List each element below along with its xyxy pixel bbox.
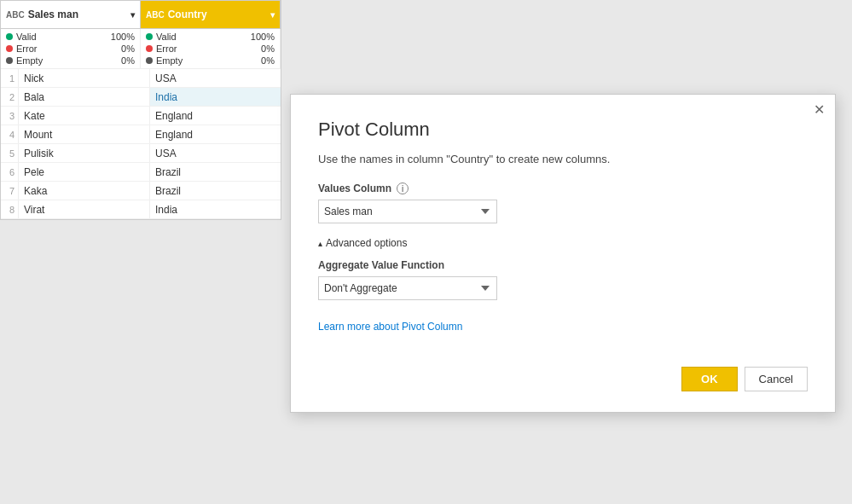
stat-valid-label-col2: Valid — [156, 32, 247, 42]
row-number: 8 — [1, 205, 18, 215]
table-row: 8ViratIndia — [1, 200, 281, 219]
row-cell-name: Virat — [18, 200, 149, 218]
learn-more-link[interactable]: Learn more about Pivot Column — [318, 321, 462, 333]
dot-error-col2 — [146, 45, 153, 52]
row-cell-country: India — [149, 88, 281, 106]
table-row: 4MountEngland — [1, 125, 281, 144]
row-cell-country: India — [149, 200, 281, 218]
col-dropdown-salesman[interactable]: ▾ — [130, 10, 135, 20]
stat-empty-col1: Empty 0% — [6, 55, 135, 67]
col-header-country[interactable]: ABC Country ▾ — [141, 1, 281, 28]
row-cell-country: Brazil — [149, 163, 281, 181]
stat-error-col2: Error 0% — [146, 43, 275, 55]
values-column-select-wrapper: Sales man — [318, 200, 497, 223]
advanced-options-label: Advanced options — [326, 237, 407, 249]
dot-error-col1 — [6, 45, 13, 52]
stats-col2: Valid 100% Error 0% Empty 0% — [141, 29, 281, 68]
col-header-salesman[interactable]: ABC Sales man ▾ — [1, 1, 141, 28]
values-column-select[interactable]: Sales man — [318, 200, 497, 223]
advanced-options-toggle[interactable]: ▴ Advanced options — [318, 237, 808, 249]
row-cell-country: USA — [149, 144, 281, 162]
stat-valid-value-col1: 100% — [111, 32, 135, 42]
row-number: 6 — [1, 167, 18, 177]
stat-valid-value-col2: 100% — [251, 32, 275, 42]
table-row: 5PulisikUSA — [1, 144, 281, 163]
table-row: 2BalaIndia — [1, 88, 281, 107]
row-number: 2 — [1, 92, 18, 102]
values-column-label: Values Column i — [318, 182, 808, 194]
ok-button[interactable]: OK — [681, 367, 738, 391]
stat-valid-label-col1: Valid — [16, 32, 107, 42]
aggregate-group: Aggregate Value Function Don't Aggregate… — [318, 259, 808, 300]
modal-close-button[interactable]: ✕ — [814, 103, 825, 117]
stat-empty-value-col1: 0% — [121, 55, 135, 66]
row-cell-name: Pulisik — [18, 144, 149, 162]
row-cell-country: USA — [149, 69, 281, 87]
modal-footer: OK Cancel — [318, 367, 808, 391]
stat-empty-label-col1: Empty — [16, 55, 118, 66]
stat-valid-col2: Valid 100% — [146, 31, 275, 43]
stat-error-label-col1: Error — [16, 43, 118, 54]
row-cell-name: Kaka — [18, 182, 149, 200]
data-rows: 1NickUSA2BalaIndia3KateEngland4MountEngl… — [1, 69, 281, 219]
row-cell-country: England — [149, 107, 281, 125]
col-dropdown-country[interactable]: ▾ — [270, 10, 275, 20]
row-cell-name: Nick — [18, 69, 149, 87]
row-number: 7 — [1, 186, 18, 196]
aggregate-select-wrapper: Don't Aggregate Sum Average Min Max Coun… — [318, 276, 497, 300]
stat-valid-col1: Valid 100% — [6, 31, 135, 43]
pivot-column-modal: ✕ Pivot Column Use the names in column "… — [290, 94, 836, 413]
stats-col1: Valid 100% Error 0% Empty 0% — [1, 29, 141, 68]
stat-error-col1: Error 0% — [6, 43, 135, 55]
stat-error-label-col2: Error — [156, 43, 258, 54]
table-header: ABC Sales man ▾ ABC Country ▾ — [1, 1, 281, 29]
stat-error-value-col2: 0% — [261, 43, 275, 54]
values-column-group: Values Column i Sales man — [318, 182, 808, 223]
dot-valid-col1 — [6, 33, 13, 40]
row-cell-name: Pele — [18, 163, 149, 181]
modal-title: Pivot Column — [318, 119, 808, 141]
modal-description: Use the names in column "Country" to cre… — [318, 153, 808, 165]
stats-row: Valid 100% Error 0% Empty 0% Valid 100% — [1, 29, 281, 69]
row-cell-name: Kate — [18, 107, 149, 125]
col-type-icon-salesman: ABC — [6, 10, 25, 20]
row-number: 3 — [1, 111, 18, 121]
row-number: 1 — [1, 73, 18, 84]
dot-empty-col1 — [6, 57, 13, 64]
col-label-salesman: Sales man — [28, 9, 127, 20]
row-number: 5 — [1, 148, 18, 159]
values-column-info-icon[interactable]: i — [397, 182, 409, 194]
col-label-country: Country — [168, 9, 267, 20]
advanced-arrow-icon: ▴ — [318, 239, 322, 248]
stat-empty-col2: Empty 0% — [146, 55, 275, 67]
data-table: ABC Sales man ▾ ABC Country ▾ Valid 100%… — [0, 0, 281, 220]
stat-empty-value-col2: 0% — [261, 55, 275, 66]
stat-error-value-col1: 0% — [121, 43, 135, 54]
aggregate-select[interactable]: Don't Aggregate Sum Average Min Max Coun… — [318, 276, 497, 300]
aggregate-label: Aggregate Value Function — [318, 259, 808, 271]
table-row: 3KateEngland — [1, 107, 281, 125]
row-cell-country: Brazil — [149, 182, 281, 200]
stat-empty-label-col2: Empty — [156, 55, 258, 66]
row-cell-name: Bala — [18, 88, 149, 106]
table-row: 6PeleBrazil — [1, 163, 281, 182]
dot-valid-col2 — [146, 33, 153, 40]
col-type-icon-country: ABC — [146, 10, 165, 20]
row-cell-country: England — [149, 125, 281, 143]
cancel-button[interactable]: Cancel — [745, 367, 808, 391]
dot-empty-col2 — [146, 57, 153, 64]
table-row: 7KakaBrazil — [1, 182, 281, 200]
table-row: 1NickUSA — [1, 69, 281, 88]
row-cell-name: Mount — [18, 125, 149, 143]
row-number: 4 — [1, 130, 18, 140]
